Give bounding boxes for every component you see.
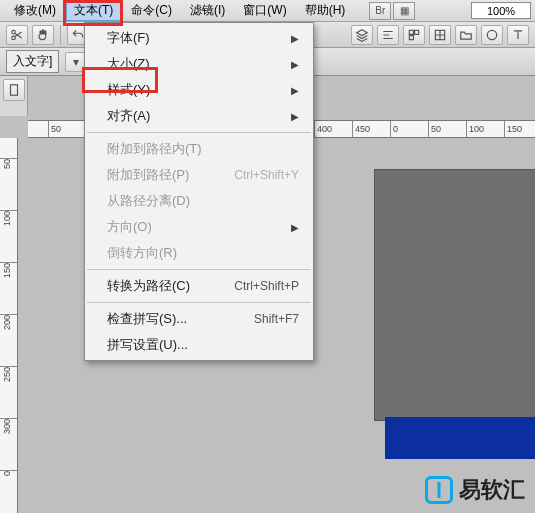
submenu-arrow-icon: ▶: [291, 59, 299, 70]
ruler-tick: 50: [48, 121, 49, 137]
svg-rect-2: [409, 30, 413, 34]
ruler-tick-label: 450: [355, 124, 370, 134]
menu-filter[interactable]: 滤镜(I): [182, 0, 233, 21]
ruler-tick-label: 0: [2, 471, 12, 476]
menu-item-label: 检查拼写(S)...: [107, 310, 187, 328]
menu-window[interactable]: 窗口(W): [235, 0, 294, 21]
svg-rect-3: [415, 30, 419, 34]
ruler-tick: 100: [466, 121, 467, 137]
ruler-tick: 0: [390, 121, 391, 137]
ruler-tick-label: 300: [2, 419, 12, 434]
ruler-tick-label: 50: [2, 159, 12, 169]
ruler-tick-label: 200: [2, 315, 12, 330]
hand-icon[interactable]: [32, 25, 54, 45]
swatch-icon[interactable]: [429, 25, 451, 45]
ruler-tick-label: 100: [2, 211, 12, 226]
document-artboard[interactable]: [375, 170, 535, 420]
left-tool-strip: [0, 76, 28, 116]
menu-command[interactable]: 命令(C): [123, 0, 180, 21]
menu-item-p: 附加到路径(P)Ctrl+Shift+Y: [85, 162, 313, 188]
menu-item-u[interactable]: 拼写设置(U)...: [85, 332, 313, 358]
text-menu-dropdown: 字体(F)▶大小(Z)▶样式(Y)▶对齐(A)▶附加到路径内(T)附加到路径(P…: [84, 22, 314, 361]
menu-item-label: 附加到路径内(T): [107, 140, 202, 158]
menu-item-label: 拼写设置(U)...: [107, 336, 188, 354]
menu-item-y[interactable]: 样式(Y)▶: [85, 77, 313, 103]
ruler-tick: 100: [0, 210, 17, 226]
menu-item-z[interactable]: 大小(Z)▶: [85, 51, 313, 77]
watermark-text: 易软汇: [459, 475, 525, 505]
menu-item-label: 大小(Z): [107, 55, 150, 73]
menu-help[interactable]: 帮助(H): [297, 0, 354, 21]
menu-separator: [87, 132, 311, 133]
ruler-tick-label: 0: [393, 124, 398, 134]
ruler-tick: 250: [0, 366, 17, 382]
menu-separator: [87, 302, 311, 303]
scissors-icon[interactable]: [6, 25, 28, 45]
menu-item-label: 对齐(A): [107, 107, 150, 125]
menu-item-label: 字体(F): [107, 29, 150, 47]
menu-item-label: 方向(O): [107, 218, 152, 236]
folder-icon[interactable]: [455, 25, 477, 45]
ruler-tick-label: 100: [469, 124, 484, 134]
ruler-tick-label: 150: [507, 124, 522, 134]
ruler-tick: 150: [0, 262, 17, 278]
ruler-tick: 200: [0, 314, 17, 330]
text-icon[interactable]: [507, 25, 529, 45]
menu-item-label: 转换为路径(C): [107, 277, 190, 295]
menu-item-label: 从路径分离(D): [107, 192, 190, 210]
menu-item-r: 倒转方向(R): [85, 240, 313, 266]
menu-item-s[interactable]: 检查拼写(S)...Shift+F7: [85, 306, 313, 332]
menu-bar: 修改(M) 文本(T) 命令(C) 滤镜(I) 窗口(W) 帮助(H) Br ▦…: [0, 0, 535, 22]
menu-item-o: 方向(O)▶: [85, 214, 313, 240]
menu-item-a[interactable]: 对齐(A)▶: [85, 103, 313, 129]
tool-label: 入文字]: [6, 50, 59, 73]
ruler-tick-label: 50: [431, 124, 441, 134]
ruler-tick-label: 50: [51, 124, 61, 134]
menu-item-f[interactable]: 字体(F)▶: [85, 25, 313, 51]
grid-button[interactable]: ▦: [393, 2, 415, 20]
svg-point-6: [487, 30, 496, 39]
menu-item-label: 样式(Y): [107, 81, 150, 99]
watermark-logo-icon: [425, 476, 453, 504]
ruler-tick-label: 250: [2, 367, 12, 382]
submenu-arrow-icon: ▶: [291, 111, 299, 122]
ruler-tick: 300: [0, 418, 17, 434]
menu-item-shortcut: Ctrl+Shift+P: [234, 279, 299, 293]
menu-separator: [87, 269, 311, 270]
menu-text[interactable]: 文本(T): [66, 0, 121, 21]
page-icon[interactable]: [3, 79, 25, 101]
align-icon[interactable]: [377, 25, 399, 45]
menu-item-t: 附加到路径内(T): [85, 136, 313, 162]
menu-item-label: 倒转方向(R): [107, 244, 177, 262]
vertical-ruler: 501001502002503000: [0, 138, 18, 513]
menu-item-label: 附加到路径(P): [107, 166, 189, 184]
submenu-arrow-icon: ▶: [291, 222, 299, 233]
ruler-tick: 150: [504, 121, 505, 137]
ruler-tick: 0: [0, 470, 17, 476]
deco-icon[interactable]: [481, 25, 503, 45]
zoom-field[interactable]: 100%: [471, 2, 531, 19]
ruler-tick-label: 150: [2, 263, 12, 278]
menu-item-d: 从路径分离(D): [85, 188, 313, 214]
ruler-tick-label: 400: [317, 124, 332, 134]
menu-item-shortcut: Ctrl+Shift+Y: [234, 168, 299, 182]
submenu-arrow-icon: ▶: [291, 85, 299, 96]
svg-rect-7: [10, 85, 17, 96]
ruler-tick: 50: [0, 158, 17, 169]
submenu-arrow-icon: ▶: [291, 33, 299, 44]
menu-item-shortcut: Shift+F7: [254, 312, 299, 326]
selected-shape[interactable]: [385, 417, 535, 459]
ruler-tick: 400: [314, 121, 315, 137]
ruler-tick: 50: [428, 121, 429, 137]
menu-item-c[interactable]: 转换为路径(C)Ctrl+Shift+P: [85, 273, 313, 299]
svg-rect-4: [409, 35, 413, 39]
arrange-icon[interactable]: [403, 25, 425, 45]
watermark: 易软汇: [425, 475, 525, 505]
menu-modify[interactable]: 修改(M): [6, 0, 64, 21]
bridge-button[interactable]: Br: [369, 2, 391, 20]
ruler-tick: 450: [352, 121, 353, 137]
layers-icon[interactable]: [351, 25, 373, 45]
